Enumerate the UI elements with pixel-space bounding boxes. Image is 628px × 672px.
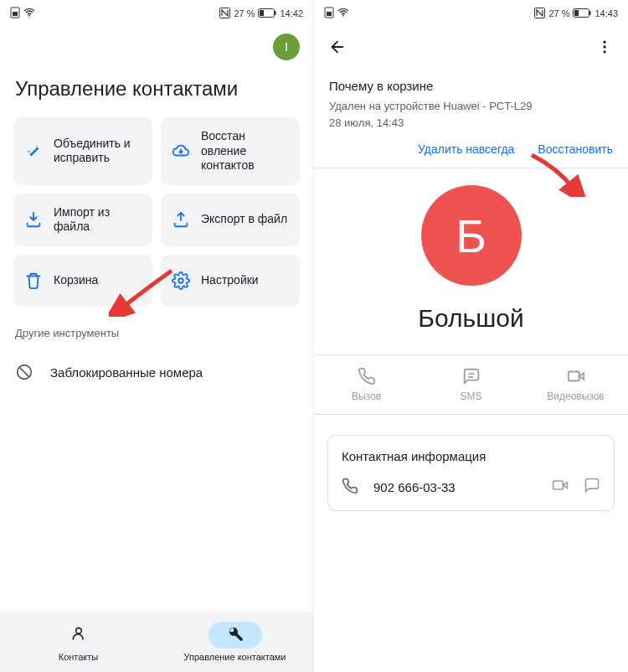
screen-contact-trash: 27 % 14:43 Почему в корзине Удален на ус… <box>314 0 628 672</box>
import-icon <box>23 209 44 230</box>
back-button[interactable] <box>327 37 347 57</box>
svg-rect-17 <box>574 10 579 16</box>
call-action[interactable]: Вызов <box>314 355 419 414</box>
contact-name: Большой <box>418 304 523 333</box>
status-time: 14:43 <box>595 8 618 18</box>
tile-label: Настройки <box>201 273 259 288</box>
contact-avatar: Б <box>421 185 522 286</box>
nav-label: Контакты <box>59 652 99 662</box>
svg-rect-6 <box>260 10 264 16</box>
svg-rect-24 <box>553 481 564 489</box>
svg-rect-12 <box>327 12 332 16</box>
phone-number: 902 666-03-33 <box>373 480 538 494</box>
video-icon <box>567 367 585 385</box>
blocked-label: Заблокированные номера <box>50 365 203 380</box>
delete-forever-button[interactable]: Удалить навсегда <box>418 142 514 156</box>
account-avatar[interactable]: I <box>273 34 300 60</box>
contact-info-card: Контактная информация 902 666-03-33 <box>327 435 615 511</box>
sms-label: SMS <box>460 390 481 402</box>
svg-point-2 <box>28 15 30 17</box>
sms-action[interactable]: SMS <box>419 355 523 414</box>
sim-icon <box>10 7 20 20</box>
svg-point-18 <box>603 41 605 44</box>
trash-deleted-on: Удален на устройстве Huawei - PCT-L29 <box>329 98 613 115</box>
nav-contacts[interactable]: Контакты <box>0 612 157 672</box>
contact-body: Б Большой Вызов SMS Видеовызов <box>314 168 628 672</box>
battery-icon <box>258 8 276 19</box>
blocked-numbers-row[interactable]: Заблокированные номера <box>0 351 313 395</box>
svg-line-9 <box>19 367 29 377</box>
status-time: 14:42 <box>280 8 303 18</box>
video-label: Видеовызов <box>547 390 604 402</box>
info-card-title: Контактная информация <box>342 449 600 463</box>
svg-point-13 <box>342 15 344 17</box>
tile-restore-contacts[interactable]: Восстан овление контактов <box>161 117 300 185</box>
bottom-nav: Контакты Управление контактами <box>0 612 313 672</box>
tile-settings[interactable]: Настройки <box>161 255 300 307</box>
phone-icon <box>342 478 360 496</box>
battery-pct: 27 % <box>548 8 569 18</box>
block-icon <box>15 363 35 383</box>
wifi-icon <box>23 8 35 18</box>
video-icon[interactable] <box>552 477 569 497</box>
more-button[interactable] <box>595 37 615 57</box>
trash-info: Почему в корзине Удален на устройстве Hu… <box>314 70 628 168</box>
restore-button[interactable]: Восстановить <box>538 142 613 156</box>
tile-label: Импорт из файла <box>54 205 142 235</box>
tile-trash[interactable]: Корзина <box>13 255 152 307</box>
tile-import[interactable]: Импорт из файла <box>13 194 152 246</box>
tile-merge-fix[interactable]: Объединить и исправить <box>13 117 152 185</box>
trash-why-title: Почему в корзине <box>329 79 613 93</box>
nav-manage[interactable]: Управление контактами <box>157 612 313 672</box>
app-bar <box>314 23 628 70</box>
battery-icon <box>573 8 591 19</box>
tile-label: Корзина <box>54 273 98 288</box>
wrench-icon <box>227 625 244 645</box>
svg-point-7 <box>178 278 183 283</box>
tile-export[interactable]: Экспорт в файл <box>161 194 300 246</box>
status-bar: 27 % 14:43 <box>314 3 628 23</box>
cloud-restore-icon <box>171 141 191 161</box>
svg-rect-1 <box>13 12 18 16</box>
nfc-icon <box>219 8 230 20</box>
trash-icon <box>23 271 44 291</box>
nav-label: Управление контактами <box>183 652 286 662</box>
wand-icon <box>23 141 44 161</box>
call-label: Вызов <box>352 390 381 402</box>
svg-point-19 <box>603 45 605 48</box>
message-icon <box>462 367 481 385</box>
wifi-icon <box>337 8 349 18</box>
export-icon <box>171 209 191 230</box>
other-tools-label: Другие инструменты <box>0 307 313 351</box>
phone-icon <box>358 367 376 385</box>
svg-point-10 <box>75 628 81 633</box>
phone-row[interactable]: 902 666-03-33 <box>342 477 600 497</box>
gear-icon <box>171 271 191 291</box>
tiles-grid: Объединить и исправить Восстан овление к… <box>0 117 313 307</box>
header: I <box>0 23 313 70</box>
video-action[interactable]: Видеовызов <box>523 355 628 414</box>
person-icon <box>70 625 87 645</box>
screen-manage-contacts: 27 % 14:42 I Управление контактами Объед… <box>0 0 314 672</box>
tile-label: Восстан овление контактов <box>201 129 290 173</box>
tile-label: Объединить и исправить <box>54 137 142 166</box>
contact-actions: Вызов SMS Видеовызов <box>314 354 628 415</box>
svg-rect-16 <box>589 11 591 15</box>
trash-date: 28 июля, 14:43 <box>329 115 613 132</box>
svg-point-20 <box>603 50 605 53</box>
message-icon[interactable] <box>584 477 600 497</box>
svg-rect-5 <box>275 11 276 15</box>
page-title: Управление контактами <box>0 70 313 117</box>
sim-icon <box>324 7 334 20</box>
nfc-icon <box>534 8 545 20</box>
status-bar: 27 % 14:42 <box>0 3 313 23</box>
tile-label: Экспорт в файл <box>201 212 287 227</box>
battery-pct: 27 % <box>234 8 255 18</box>
svg-rect-23 <box>568 372 579 381</box>
